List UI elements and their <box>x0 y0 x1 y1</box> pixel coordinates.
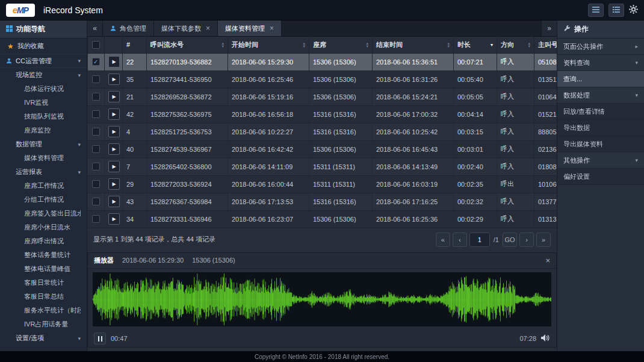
sidebar-item[interactable]: 数据管理▾ <box>0 137 87 151</box>
sort-icon[interactable]: ▴▾ <box>366 42 368 48</box>
action-group[interactable]: 资料查询▾ <box>557 55 644 71</box>
records-table-scroll[interactable]: #呼叫流水号▴▾开始时间▴▾座席▴▾结束时间▴▾时长▾方向▴▾主叫号码▴▾✓▶2… <box>87 37 557 228</box>
sidebar-item[interactable]: 设置/选项▾ <box>0 331 87 345</box>
table-row[interactable]: ▶41528251725-5367532018-06-06 10:22:2715… <box>88 123 557 140</box>
column-header[interactable]: 座席▴▾ <box>309 37 373 53</box>
cell-agent: 15316 (15316) <box>309 193 373 210</box>
row-checkbox[interactable] <box>92 198 100 205</box>
column-header[interactable]: # <box>123 37 147 53</box>
column-header[interactable]: 开始时间▴▾ <box>228 37 309 53</box>
table-row[interactable]: ▶71528265402-5368002018-06-06 14:11:0915… <box>88 158 557 175</box>
settings-button[interactable] <box>629 5 638 16</box>
table-row[interactable]: ▶351528273441-5369502018-06-06 16:25:461… <box>88 70 557 88</box>
sidebar-item[interactable]: 服务水平统计（时段） <box>0 304 87 317</box>
sidebar-item[interactable]: IVR占用话务量 <box>0 317 87 331</box>
select-all-checkbox[interactable] <box>92 41 100 49</box>
page-input[interactable] <box>469 232 490 247</box>
row-checkbox[interactable] <box>92 180 100 188</box>
sidebar-item[interactable]: 总体运行状况 <box>0 82 87 96</box>
row-checkbox[interactable] <box>92 145 100 153</box>
sidebar-item[interactable]: 客服日常总结 <box>0 290 87 304</box>
play-button[interactable]: ▶ <box>108 178 120 190</box>
sort-icon[interactable]: ▴▾ <box>447 42 450 48</box>
tab-item[interactable]: 媒体资料管理× <box>218 20 282 36</box>
play-button[interactable]: ▶ <box>108 143 120 155</box>
row-checkbox[interactable] <box>92 128 100 136</box>
sidebar-item[interactable]: 座席工作情况 <box>0 179 87 193</box>
play-button[interactable]: ▶ <box>108 196 120 207</box>
go-button[interactable]: GO <box>503 232 517 247</box>
action-item[interactable]: 回放/查看详情 <box>557 104 644 120</box>
sidebar-item[interactable]: 座席呼出情况 <box>0 234 87 248</box>
table-row[interactable]: ▶401528274539-5369672018-06-06 16:42:421… <box>88 140 557 158</box>
close-icon[interactable]: × <box>270 24 274 33</box>
row-checkbox[interactable]: ✓ <box>92 58 100 66</box>
table-row[interactable]: ▶341528273331-5369462018-06-06 16:23:071… <box>88 210 557 228</box>
sidebar-item[interactable]: IVR监视 <box>0 96 87 110</box>
column-header[interactable]: 时长▾ <box>454 37 497 53</box>
tabs-scroll-right-button[interactable]: » <box>541 20 557 36</box>
tab-item[interactable]: 角色管理 <box>103 20 154 36</box>
sort-icon[interactable]: ▴▾ <box>303 42 305 48</box>
column-header[interactable]: 方向▴▾ <box>497 37 534 53</box>
table-row[interactable]: ✓▶221528270139-5368822018-06-06 15:29:30… <box>88 53 557 70</box>
table-row[interactable]: ▶291528272033-5369242018-06-06 16:00:441… <box>88 175 557 193</box>
action-group[interactable]: 其他操作▾ <box>557 152 644 169</box>
action-group[interactable]: 数据处理▾ <box>557 87 644 104</box>
sort-desc-icon[interactable]: ▾ <box>491 42 493 48</box>
row-checkbox[interactable] <box>92 215 100 223</box>
row-checkbox[interactable] <box>92 163 100 170</box>
tabs-scroll-left-button[interactable]: « <box>87 20 103 36</box>
panel-view-button[interactable] <box>608 4 624 17</box>
action-item[interactable]: 导出媒体资料 <box>557 136 644 152</box>
table-row[interactable]: ▶431528276367-5369842018-06-06 17:13:531… <box>88 193 557 210</box>
play-button[interactable]: ▶ <box>108 108 120 120</box>
list-view-button[interactable] <box>588 4 604 17</box>
action-item[interactable]: 偏好设置 <box>557 169 644 185</box>
play-button[interactable]: ▶ <box>108 56 120 67</box>
sidebar-item[interactable]: 现场监控▾ <box>0 68 87 82</box>
sidebar-item[interactable]: 座席监控 <box>0 123 87 137</box>
sidebar-item-label: 服务水平统计（时段） <box>24 306 81 315</box>
play-button[interactable]: ▶ <box>108 161 120 172</box>
table-row[interactable]: ▶421528275362-5369752018-06-06 16:56:181… <box>88 105 557 123</box>
sidebar-item[interactable]: 整体话务量统计 <box>0 248 87 262</box>
column-header[interactable]: 主叫号码▴▾ <box>534 37 557 53</box>
waveform-canvas[interactable] <box>93 272 551 327</box>
action-item[interactable]: 导出数据 <box>557 120 644 136</box>
sidebar-item[interactable]: 技能队列监视 <box>0 110 87 123</box>
last-page-button[interactable]: » <box>536 232 551 247</box>
action-group[interactable]: 页面公共操作▸ <box>557 39 644 55</box>
row-checkbox[interactable] <box>92 93 100 101</box>
row-checkbox[interactable] <box>92 110 100 118</box>
next-page-button[interactable]: › <box>519 232 534 247</box>
tab-item[interactable]: 媒体下载参数× <box>154 20 218 36</box>
sidebar-item-favorites[interactable]: ★ 我的收藏 <box>0 39 87 54</box>
sidebar-item[interactable]: 座席签入签出日流水 <box>0 207 87 220</box>
close-icon[interactable]: × <box>206 24 210 33</box>
volume-button[interactable] <box>541 334 550 343</box>
sidebar-item[interactable]: 媒体资料管理 <box>0 151 87 165</box>
row-checkbox[interactable] <box>92 75 100 83</box>
sidebar-item[interactable]: 整体电话量峰值 <box>0 262 87 276</box>
table-row[interactable]: ▶211528269528-5368722018-06-06 15:19:161… <box>88 88 557 105</box>
play-button[interactable]: ▶ <box>108 213 120 225</box>
action-item[interactable]: 查询... <box>557 71 644 87</box>
sidebar-item[interactable]: 分组工作情况 <box>0 193 87 207</box>
sidebar-item[interactable]: CC运营管理▾ <box>0 54 87 68</box>
chevron-right-icon: ▸ <box>635 43 638 49</box>
play-button[interactable]: ▶ <box>108 73 120 85</box>
column-header[interactable]: 呼叫流水号▴▾ <box>147 37 228 53</box>
player-close-button[interactable]: × <box>545 256 550 265</box>
sidebar-item[interactable]: 客服日常统计 <box>0 276 87 290</box>
sidebar-item[interactable]: 运营报表▾ <box>0 165 87 179</box>
play-button[interactable]: ▶ <box>108 91 120 102</box>
play-button[interactable]: ▶ <box>108 126 120 137</box>
sidebar-item[interactable]: 座席小休日流水 <box>0 220 87 234</box>
pause-button[interactable] <box>94 332 106 345</box>
column-header[interactable]: 结束时间▴▾ <box>373 37 454 53</box>
sort-icon[interactable]: ▴▾ <box>221 42 224 48</box>
sort-icon[interactable]: ▴▾ <box>528 42 530 48</box>
prev-page-button[interactable]: ‹ <box>453 232 467 247</box>
first-page-button[interactable]: « <box>436 232 450 247</box>
